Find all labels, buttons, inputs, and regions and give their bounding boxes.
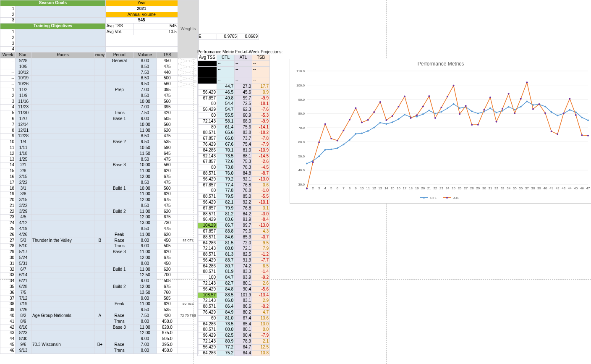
table-row[interactable]: 16 2/15 12.00 675 (0, 174, 199, 180)
svg-point-129 (410, 117, 412, 119)
table-row[interactable]: 9 12/28 8.50 475 (0, 134, 199, 139)
table-row[interactable]: 2 11/9 8.50 475 (0, 93, 199, 99)
table-row[interactable]: 4 11/23 7.00 395 (0, 105, 199, 110)
table-row: 88.571 81.9 83.3 -1.4 (198, 269, 270, 275)
hdr-races: Races (31, 52, 94, 58)
table-row[interactable]: 21 3/22 8.50 475 (0, 203, 199, 209)
svg-point-144 (502, 108, 503, 110)
table-row: 88.571 65.6 83.8 -18.2 (198, 130, 270, 136)
svg-text:35: 35 (513, 186, 517, 190)
table-row[interactable]: -- 10/26 9.50 560 (0, 81, 199, 87)
table-row[interactable]: 32 6/7 Build 1 11.00 620 (0, 267, 199, 272)
table-row[interactable]: 13 1/25 8.50 475 (0, 157, 199, 162)
svg-text:37: 37 (525, 186, 529, 190)
table-row[interactable]: 6 12/7 Base 1 9.00 505 (0, 116, 199, 122)
table-row[interactable]: 17 2/22 8.50 475 (0, 180, 199, 186)
svg-point-147 (520, 98, 522, 100)
table-row[interactable]: 15 2/8 11.00 620 (0, 168, 199, 174)
table-row[interactable]: 3 11/16 10.00 560 (0, 99, 199, 105)
table-row[interactable]: 46 9/13 Trans 8.00 450.0 (0, 348, 199, 354)
row-annual-vol-value[interactable]: 3 545 (0, 18, 199, 24)
svg-point-92 (471, 110, 473, 112)
svg-text:5: 5 (330, 186, 332, 190)
table-row[interactable]: 36 7/5 13.50 760 (0, 290, 199, 296)
row-year[interactable]: 1 2021 (0, 6, 199, 12)
table-row[interactable]: 24 4/12 13.00 730 (0, 220, 199, 226)
svg-text:80.0: 80.0 (298, 112, 305, 115)
table-row[interactable]: 38 7/19 Peak 11.00 620 80 TSS (0, 301, 199, 307)
table-row: 96.429 83.7 91.3 -7.7 (198, 257, 270, 263)
table-row[interactable]: 41 8/9 Trans 8.00 450.0 (0, 319, 199, 325)
table-row[interactable]: 35 6/28 Build 2 12.00 675 (0, 284, 199, 290)
svg-text:70.0: 70.0 (298, 126, 305, 130)
table-row[interactable]: 29 5/17 Base 3 11.00 620 (0, 249, 199, 255)
table-row[interactable]: 1 11/2 Prep 7.00 395 (0, 87, 199, 93)
const-ctl[interactable]: 0.9765 (217, 34, 238, 40)
season-goals-header: Season Goals (0, 0, 106, 6)
table-row[interactable]: 5 11/30 Trans 7.50 420 (0, 110, 199, 116)
performance-chart[interactable]: Performance Metrics 30.040.050.060.070.0… (290, 59, 591, 204)
table-row[interactable]: 40 8/2 Age Group Nationals A Race 7.50 4… (0, 313, 199, 319)
svg-text:2: 2 (312, 186, 314, 190)
table-row[interactable]: 27 5/3 Thunder in the Valley B Race 8.00… (0, 238, 199, 244)
svg-point-128 (404, 95, 405, 97)
table-row[interactable]: 43 8/23 12.00 675.0 (0, 330, 199, 336)
table-row[interactable]: 44 8/30 9.00 505.0 (0, 336, 199, 342)
svg-point-86 (434, 113, 436, 115)
table-row[interactable]: 14 2/1 Base 3 10.00 560 (0, 162, 199, 168)
svg-text:46: 46 (580, 186, 584, 190)
table-row: 80 73.8 78.3 -4.5 (198, 165, 270, 171)
table-row[interactable]: -- 10/19 8.50 500 (0, 76, 199, 81)
svg-point-74 (361, 133, 363, 134)
table-row[interactable]: 19 3/8 11.00 620 (0, 191, 199, 197)
svg-point-80 (397, 118, 399, 120)
svg-point-127 (397, 106, 399, 107)
table-row[interactable]: 8 12/21 11.00 620 (0, 128, 199, 134)
table-row[interactable]: 18 3/1 Build 1 10.00 560 (0, 186, 199, 191)
table-row[interactable]: -- 9/28 General 8.00 450 (0, 58, 199, 64)
table-row[interactable]: 45 9/6 70.3 Wisconsin B+ Race 7.00 395.0 (0, 342, 199, 348)
table-row[interactable]: 31 5/31 8.00 450 (0, 261, 199, 267)
svg-point-142 (489, 97, 491, 98)
plan-table[interactable]: Season Goals Year Weights 1 2021 2 Annua… (0, 0, 199, 354)
table-row[interactable]: 33 6/14 12.50 700 (0, 272, 199, 278)
table-row[interactable]: 37 7/12 9.00 505 (0, 296, 199, 301)
table-row: 72.143 58.1 68.0 -9.9 (198, 118, 270, 124)
svg-point-153 (557, 134, 558, 135)
spreadsheet-canvas[interactable]: Season Goals Year Weights 1 2021 2 Annua… (0, 0, 591, 364)
table-row[interactable]: 12 1/18 11.50 645 (0, 151, 199, 157)
table-row[interactable]: 20 3/15 12.00 675 (0, 197, 199, 203)
table-row[interactable]: 42 8/16 Base 3 11.00 620.0 (0, 325, 199, 330)
table-row[interactable]: 11 1/11 10.50 590 (0, 145, 199, 151)
table-row[interactable]: 23 4/5 12.00 675 (0, 215, 199, 220)
table-row[interactable]: -- 10/5 8.50 475 (0, 64, 199, 70)
table-row[interactable]: 39 7/26 9.50 535 (0, 307, 199, 313)
svg-point-121 (361, 122, 363, 123)
year-value[interactable]: 2021 (105, 6, 178, 12)
svg-point-75 (367, 130, 369, 132)
table-row[interactable]: 28 5/10 Trans 9.00 505 (0, 244, 199, 249)
svg-text:12: 12 (372, 186, 376, 190)
table-row[interactable]: 22 3/29 Build 2 11.00 620 (0, 209, 199, 215)
table-row[interactable]: -- 10/12 7.50 440 (0, 70, 199, 76)
table-row[interactable]: 7 12/14 10.00 560 (0, 122, 199, 128)
table-row: 60 55.5 60.9 -5.3 (198, 113, 270, 118)
row-annual-vol-label: 2 Annual Volume (0, 12, 199, 18)
table-row: 67.857 79.9 76.8 3.1 (198, 205, 270, 211)
table-row[interactable]: 25 4/19 8.50 475 (0, 226, 199, 232)
table-row[interactable]: 30 5/24 12.00 675 (0, 255, 199, 261)
svg-point-151 (544, 113, 546, 114)
svg-text:13: 13 (378, 186, 382, 190)
table-row[interactable]: 10 1/4 Base 2 9.50 535 (0, 139, 199, 145)
table-row[interactable]: 26 4/26 Peak 11.00 620 (0, 232, 199, 238)
table-row: 72.143 86.0 83.1 2.9 (198, 298, 270, 304)
annual-vol-value[interactable]: 545 (105, 18, 178, 24)
constants-table[interactable]: E 0.9765 0.8669 (197, 34, 259, 40)
svg-point-77 (379, 122, 381, 123)
svg-text:40.0: 40.0 (298, 168, 305, 172)
table-row[interactable]: 34 6/21 9.00 505 (0, 278, 199, 284)
projections-table[interactable]: Avg TSS CTL ATL TSB --------------------… (197, 55, 270, 356)
svg-point-111 (587, 119, 589, 121)
table-row: 67.857 66.0 73.7 -7.8 (198, 136, 270, 142)
const-atl[interactable]: 0.8669 (238, 34, 259, 40)
